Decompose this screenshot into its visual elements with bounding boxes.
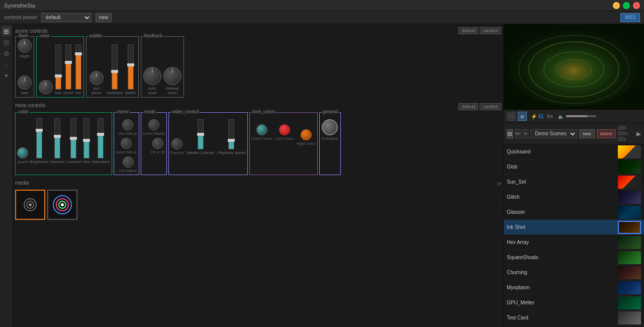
color-main-knob[interactable]: [39, 80, 53, 94]
scene-row-gpumelter[interactable]: GPU_Melter: [504, 295, 644, 310]
invert-slider[interactable]: [65, 44, 71, 90]
meta-video-control-group: video_control Paused Media Contrast: [168, 112, 248, 175]
hor-mirror-knob[interactable]: [123, 156, 134, 168]
hue-meta-slider[interactable]: [83, 118, 89, 158]
hue-label: hue: [55, 91, 61, 95]
invert-label: invert: [63, 91, 73, 95]
volume-slider[interactable]: [566, 115, 596, 117]
media-expand-icon[interactable]: ⟳: [497, 181, 501, 187]
scenes-new-button[interactable]: new: [579, 129, 595, 138]
sun-piece-knob[interactable]: [89, 71, 104, 85]
scene-row-glitch[interactable]: Glitch: [504, 190, 644, 205]
nav-icon-share[interactable]: ↑: [2, 59, 12, 69]
scene-default-button[interactable]: default: [458, 27, 478, 34]
color-knob-container: [39, 80, 53, 95]
high-color-btn[interactable]: [301, 129, 312, 140]
manual-reset-knob[interactable]: [163, 67, 181, 85]
brightness-label: Brightness: [30, 159, 49, 164]
playback-speed-slider[interactable]: [228, 119, 234, 149]
bright-knob-container: bright dark: [18, 39, 32, 95]
gamma-slider-container: Gamma: [50, 118, 64, 164]
manual-reset-container: manual reset: [163, 67, 181, 95]
media-items: [15, 190, 501, 220]
meta-mirror-label: mirror: [116, 109, 130, 114]
scenes-delete-button[interactable]: delete: [597, 129, 616, 138]
close-button[interactable]: ×: [633, 2, 640, 9]
limit-colors-knob[interactable]: [256, 124, 267, 135]
stutter-slider[interactable]: [128, 44, 134, 90]
saturation-slider-container: Saturation: [91, 118, 110, 164]
nav-icon-settings[interactable]: ⚙: [2, 48, 12, 58]
dark-knob[interactable]: [18, 75, 32, 90]
scene-name-sunset: Sun_Set: [507, 179, 615, 185]
scene-row-testcard[interactable]: Test Card: [504, 310, 644, 325]
scene-row-hexarray[interactable]: Hex Array: [504, 235, 644, 250]
nav-icon-home[interactable]: ⊞: [2, 26, 12, 36]
vortex-icon: [52, 195, 72, 215]
nav-icon-tools[interactable]: ✦: [2, 70, 12, 80]
svg-point-6: [61, 203, 64, 206]
nav-icon-grid[interactable]: ⊟: [2, 37, 12, 47]
scenes-tab-brush[interactable]: ✏: [515, 129, 521, 138]
media-item-1[interactable]: [15, 190, 45, 220]
feedback-group-label: feedback: [143, 33, 164, 38]
invert-mirror-knob[interactable]: [121, 138, 132, 149]
volume-icon: 🔈: [558, 114, 564, 119]
vert-mirror-container: Vert Mirror: [118, 119, 137, 136]
scene-row-glassier[interactable]: Glassier: [504, 205, 644, 220]
feedback-slider-container: feedback: [107, 44, 123, 95]
scene-row-quicksand[interactable]: Quicksand: [504, 144, 644, 159]
media-contrast-slider[interactable]: [198, 119, 204, 149]
saturation-slider[interactable]: [98, 118, 104, 158]
scenes-tab-grid[interactable]: ⊞: [507, 129, 513, 138]
meta-default-button[interactable]: default: [458, 103, 478, 110]
paused-knob[interactable]: [171, 138, 182, 149]
scene-row-myoplasm[interactable]: Myoplasm: [504, 280, 644, 295]
midi-button[interactable]: MIDI: [620, 13, 640, 22]
titlebar: SynestheSia − □ ×: [0, 0, 644, 11]
scene-random-button[interactable]: random: [480, 27, 501, 34]
meta-random-button[interactable]: random: [480, 103, 501, 110]
vert-mirror-knob[interactable]: [122, 119, 133, 130]
scene-row-churning[interactable]: Churning: [504, 265, 644, 280]
media-item-2[interactable]: [47, 190, 77, 220]
rp-monitor-icon[interactable]: □: [507, 112, 516, 121]
scene-row-glob[interactable]: Glob: [504, 159, 644, 175]
playback-speed-label: Playback speed: [217, 150, 245, 155]
fire-label: fire: [75, 91, 81, 95]
bright-knob[interactable]: [18, 39, 32, 53]
maximize-button[interactable]: □: [623, 2, 630, 9]
invert-media-knob[interactable]: [148, 119, 159, 130]
brightness-slider[interactable]: [36, 118, 42, 158]
invert-slider-container: invert: [63, 44, 73, 95]
rp-eye-icon[interactable]: ◉: [518, 112, 527, 121]
new-preset-button[interactable]: new: [96, 13, 112, 22]
feedback-slider[interactable]: [112, 44, 118, 90]
scene-row-squareshoals[interactable]: SquareShoals: [504, 250, 644, 265]
live-color-container: Live Color: [275, 124, 294, 141]
gamma-slider[interactable]: [54, 118, 60, 158]
scene-thumb-squareshoals: [618, 251, 641, 264]
fire-slider[interactable]: [75, 44, 81, 90]
hue-slider[interactable]: [55, 44, 61, 90]
preset-select[interactable]: default: [41, 13, 91, 22]
auto-reset-label: auto reset: [144, 86, 160, 95]
scenes-tab-plus[interactable]: +: [523, 129, 528, 138]
sun-piece-container: sun piece: [88, 71, 105, 95]
scenes-select[interactable]: Demo Scenes: [530, 129, 577, 138]
live-color-btn[interactable]: [279, 124, 290, 135]
minimize-button[interactable]: −: [613, 2, 620, 9]
high-color-container: High Color: [297, 129, 316, 146]
scenes-play-button[interactable]: ▶: [636, 130, 641, 137]
guard-knob[interactable]: [17, 147, 28, 158]
scene-row-sunset[interactable]: Sun_Set: [504, 175, 644, 190]
fit-or-fill-knob[interactable]: [152, 138, 163, 149]
transition-knob[interactable]: [322, 119, 338, 135]
scene-row-inkshot[interactable]: Ink Shot: [504, 220, 644, 235]
scene-controls-buttons: default random: [458, 27, 501, 34]
meta-limit-colors-group: limit_colors Limit Colors Live Color: [249, 112, 318, 175]
auto-reset-knob[interactable]: [143, 67, 161, 85]
contrast-slider[interactable]: [70, 118, 76, 158]
brightness-slider-container: Brightness: [30, 118, 49, 164]
hor-mirror-container: Hor Mirror: [119, 156, 137, 173]
